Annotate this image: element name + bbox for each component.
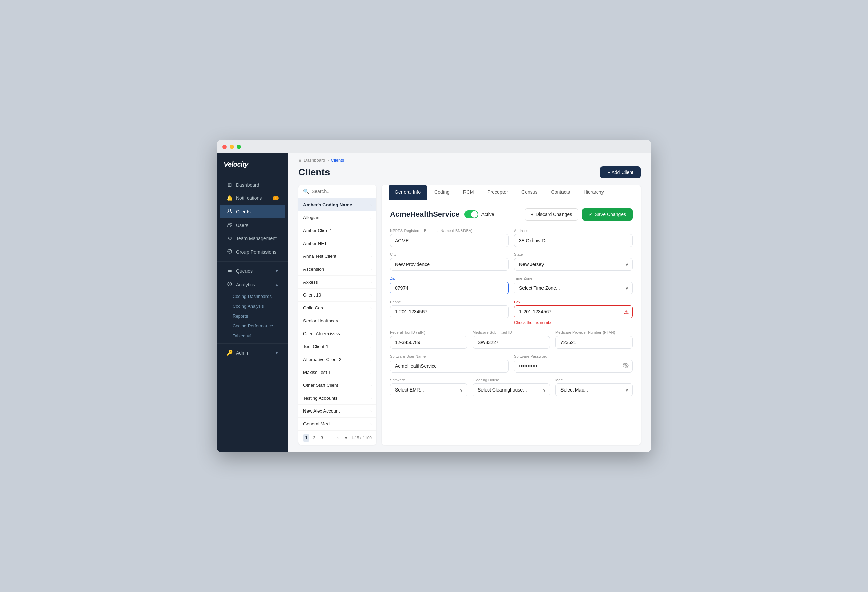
client-item-9[interactable]: Senior Healthcare › [298,314,376,327]
sub-item-label: Coding Performance [233,323,273,329]
page-next-button[interactable]: › [335,434,341,442]
state-select[interactable]: New Jersey New York California [514,258,633,271]
form-header: AcmeHealthService Active [390,208,633,221]
client-item-8[interactable]: Child Care › [298,302,376,314]
page-ellipsis: ... [327,434,333,442]
timezone-select[interactable]: Select Time Zone... Eastern Central Paci… [514,281,633,295]
sidebar-item-users[interactable]: Users [220,219,285,232]
sidebar-item-queues[interactable]: Queues ▼ [220,264,285,278]
client-item-3[interactable]: Amber NET › [298,237,376,250]
phone-field: Phone [390,300,509,325]
chevron-right-icon: › [370,241,372,246]
page-1-button[interactable]: 1 [303,434,309,442]
page-2-button[interactable]: 2 [311,434,317,442]
software-select[interactable]: Select EMR... [390,383,467,396]
address-input[interactable] [514,234,633,247]
zip-field: Zip [390,276,509,295]
fax-error-message: Check the fax number [514,320,633,325]
tab-preceptor[interactable]: Preceptor [481,185,514,200]
nppes-field: NPPES Registered Business Name (LBN&DBA) [390,229,509,247]
chevron-right-icon: › [370,422,372,426]
pagination: 1 2 3 ... › » 1-15 of 100 [298,431,376,445]
chevron-right-icon: › [370,358,372,362]
breadcrumb-clients[interactable]: Clients [331,158,344,163]
clearing-house-label: Clearing House [472,378,550,382]
client-item-5[interactable]: Ascension › [298,263,376,276]
discard-button[interactable]: + Discard Changes [524,208,579,221]
client-name: Ascension [303,266,324,272]
city-label: City [390,252,509,256]
tab-contacts[interactable]: Contacts [545,185,576,200]
tab-rcm[interactable]: RCM [457,185,480,200]
phone-input[interactable] [390,305,509,318]
tab-census[interactable]: Census [515,185,543,200]
add-client-button[interactable]: + Add Client [600,166,641,178]
clearing-house-select[interactable]: Select Clearinghouse... [472,383,550,396]
client-item-2[interactable]: Amber Client1 › [298,224,376,237]
medicare-provider-field: Medicare Provider Number (PTAN) [555,330,633,349]
sidebar-item-label: Dashboard [236,182,259,188]
fax-input[interactable] [514,305,633,318]
sidebar-item-reports[interactable]: Reports [220,311,285,321]
software-user-input[interactable] [390,360,509,373]
city-input[interactable] [390,258,509,271]
client-item-15[interactable]: Testing Accounts › [298,392,376,405]
client-item-10[interactable]: Client Aleeexissss › [298,327,376,340]
tab-general-info[interactable]: General Info [388,185,427,200]
federal-tax-input[interactable] [390,336,467,349]
sidebar-item-notifications[interactable]: 🔔 Notifications 1 [220,192,285,204]
sidebar-item-analytics[interactable]: Analytics ▲ [220,278,285,291]
medicare-provider-input[interactable] [555,336,633,349]
sidebar-item-coding-dashboards[interactable]: Coding Dashboards [220,292,285,301]
client-item-14[interactable]: Other Staff Client › [298,379,376,392]
sidebar-item-group-permissions[interactable]: Group Permissions [220,245,285,259]
page-last-button[interactable]: » [343,434,349,442]
client-item-6[interactable]: Axxess › [298,276,376,289]
nppes-input[interactable] [390,234,509,247]
sidebar-item-dashboard[interactable]: ⊞ Dashboard [220,178,285,191]
sidebar-item-admin[interactable]: 🔑 Admin ▼ [220,346,285,359]
zip-input[interactable] [390,281,509,295]
mac-select[interactable]: Select Mac... [555,383,633,396]
client-item-7[interactable]: Client 10 › [298,289,376,302]
client-item-4[interactable]: Anna Test Client › [298,250,376,263]
chevron-right-icon: › [370,280,372,284]
client-name: Anna Test Client [303,254,337,259]
page-3-button[interactable]: 3 [319,434,325,442]
chevron-right-icon: › [370,345,372,349]
breadcrumb-dashboard[interactable]: Dashboard [304,158,326,163]
form-row-6: Software User Name Software Password [390,354,633,373]
client-name-heading: AcmeHealthService Active [390,210,495,219]
client-item-16[interactable]: New Alex Account › [298,405,376,417]
search-input[interactable] [311,189,372,194]
tab-hierarchy[interactable]: Hierarchy [577,185,610,200]
medicare-submitted-input[interactable] [472,336,550,349]
tab-coding[interactable]: Coding [428,185,455,200]
sidebar-item-label: Notifications [236,195,262,201]
client-item-0[interactable]: Amber's Coding Name › [298,198,376,212]
client-item-11[interactable]: Test Client 1 › [298,340,376,353]
fax-input-wrap: ⚠ [514,305,633,318]
sidebar-item-clients[interactable]: Clients [220,205,285,218]
client-item-13[interactable]: Maxiss Test 1 › [298,366,376,379]
software-pw-input[interactable] [514,360,633,373]
timezone-field: Time Zone Select Time Zone... Eastern Ce… [514,276,633,295]
search-icon: 🔍 [303,189,309,194]
client-item-12[interactable]: Alternative Client 2 › [298,353,376,366]
minimize-button[interactable] [230,145,234,149]
sidebar-item-coding-performance[interactable]: Coding Performance [220,321,285,331]
close-button[interactable] [223,145,227,149]
maximize-button[interactable] [237,145,241,149]
client-item-17[interactable]: General Med › [298,417,376,431]
chevron-right-icon: › [370,203,372,207]
eye-off-icon[interactable] [623,362,629,370]
save-button[interactable]: ✓ Save Changes [582,208,633,221]
sidebar-item-tableau[interactable]: Tableau® [220,331,285,340]
chevron-right-icon: › [370,293,372,297]
sidebar-item-team[interactable]: ⚙ Team Management [220,232,285,245]
software-field: Software Select EMR... ∨ [390,378,467,396]
client-item-1[interactable]: Allegiant › [298,212,376,224]
sidebar-item-coding-analysis[interactable]: Coding Analysis [220,301,285,311]
software-label: Software [390,378,467,382]
active-toggle[interactable] [464,210,478,219]
